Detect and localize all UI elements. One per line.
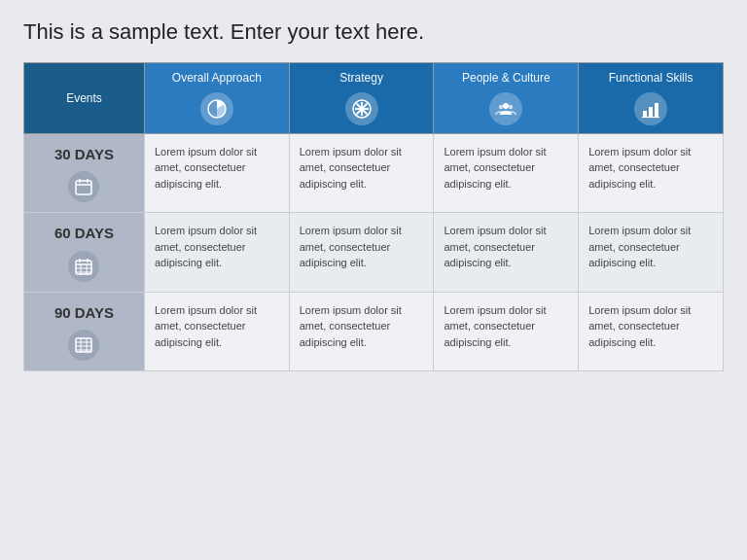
col4-content: Lorem ipsum dolor sit amet, consectetuer…	[579, 133, 724, 213]
th-overall-approach: Overall Approach	[144, 63, 289, 134]
svg-point-8	[509, 104, 513, 108]
table-row: 90 DAYS Lorem ipsum dolor sit amet, cons…	[24, 292, 724, 371]
table-row: 30 DAYS Lorem ipsum dolor sit amet, cons…	[24, 133, 724, 213]
th-strategy: Strategy	[289, 63, 434, 134]
day-text: 30 DAYS	[54, 144, 114, 166]
table-container: Events Overall Approach S	[23, 62, 724, 371]
main-table: Events Overall Approach S	[23, 62, 724, 371]
day-label-inner: 90 DAYS	[34, 302, 134, 362]
col3-header-icon	[489, 92, 522, 125]
people-icon	[495, 98, 516, 120]
col1-content: Lorem ipsum dolor sit amet, consectetuer…	[144, 292, 289, 371]
day-icon	[68, 251, 99, 282]
calendar-icon	[74, 177, 93, 196]
svg-point-7	[499, 104, 503, 108]
th-events: Events	[24, 63, 145, 134]
calendar-grid-icon	[74, 257, 93, 276]
col2-header-icon	[345, 92, 378, 125]
col1-header-icon	[200, 92, 233, 125]
day-label-inner: 60 DAYS	[34, 223, 134, 282]
day-label-cell: 90 DAYS	[24, 292, 145, 371]
table-row: 60 DAYS Lorem ipsum dolor sit amet, cons…	[24, 213, 724, 293]
col3-content: Lorem ipsum dolor sit amet, consectetuer…	[434, 213, 579, 293]
table-body: 30 DAYS Lorem ipsum dolor sit amet, cons…	[24, 133, 724, 371]
col2-content: Lorem ipsum dolor sit amet, consectetuer…	[289, 213, 434, 293]
svg-rect-10	[649, 107, 653, 117]
svg-point-6	[503, 103, 509, 109]
day-text: 90 DAYS	[54, 302, 114, 325]
col1-content: Lorem ipsum dolor sit amet, consectetuer…	[144, 133, 289, 213]
th-people-culture: People & Culture	[434, 63, 579, 134]
col1-content: Lorem ipsum dolor sit amet, consectetuer…	[144, 213, 289, 293]
col4-content: Lorem ipsum dolor sit amet, consectetuer…	[579, 292, 724, 371]
svg-rect-9	[643, 111, 647, 117]
col3-content: Lorem ipsum dolor sit amet, consectetuer…	[434, 133, 579, 213]
svg-rect-11	[655, 103, 658, 117]
col2-content: Lorem ipsum dolor sit amet, consectetuer…	[289, 133, 434, 213]
page-title: This is a sample text. Enter your text h…	[23, 19, 724, 45]
asterisk-icon	[351, 98, 373, 120]
th-functional-skills: Functional Skills	[579, 63, 724, 134]
pie-chart-icon	[206, 98, 228, 120]
table-icon	[74, 335, 93, 355]
bar-chart-icon	[640, 98, 661, 120]
day-label-cell: 60 DAYS	[24, 213, 145, 293]
col4-content: Lorem ipsum dolor sit amet, consectetuer…	[579, 213, 724, 293]
col2-content: Lorem ipsum dolor sit amet, consectetuer…	[289, 292, 434, 371]
col4-header-icon	[634, 92, 667, 125]
svg-rect-13	[76, 181, 91, 194]
col3-content: Lorem ipsum dolor sit amet, consectetuer…	[434, 292, 579, 371]
day-label-inner: 30 DAYS	[34, 144, 134, 203]
day-icon	[68, 171, 99, 202]
header-row: Events Overall Approach S	[24, 63, 724, 134]
day-icon	[68, 330, 99, 361]
page-wrapper: This is a sample text. Enter your text h…	[0, 0, 747, 560]
day-text: 60 DAYS	[54, 223, 114, 245]
day-label-cell: 30 DAYS	[24, 133, 145, 213]
